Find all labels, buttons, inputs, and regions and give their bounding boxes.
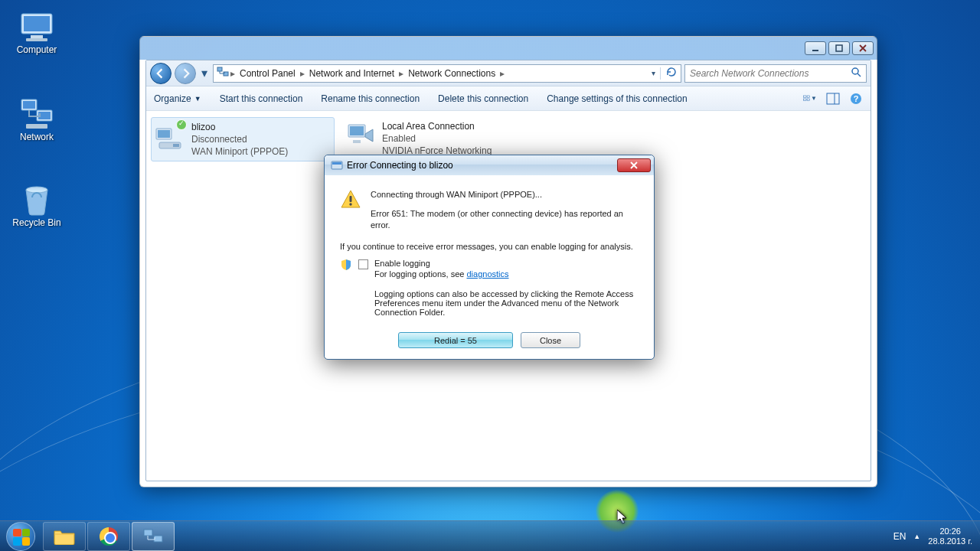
svg-rect-27 xyxy=(173,144,179,147)
logging-options-text: For logging options, see xyxy=(374,269,466,279)
svg-rect-30 xyxy=(353,140,361,143)
windows-logo-icon xyxy=(13,529,30,546)
dialog-app-icon xyxy=(331,159,343,171)
dialog-close-button[interactable] xyxy=(617,158,651,172)
svg-rect-1 xyxy=(24,16,50,31)
clock-date: 28.8.2013 г. xyxy=(928,536,972,546)
nav-back-button[interactable] xyxy=(150,63,172,84)
start-button[interactable] xyxy=(0,521,41,552)
address-bar[interactable]: ▸ Control Panel ▸ Network and Internet ▸… xyxy=(213,64,681,83)
taskbar-item-network-connections[interactable] xyxy=(132,522,175,551)
close-button[interactable] xyxy=(852,41,874,55)
svg-rect-29 xyxy=(350,126,364,135)
taskbar-item-chrome[interactable] xyxy=(87,522,130,551)
breadcrumb-item[interactable]: Control Panel xyxy=(237,68,299,79)
breadcrumb-sep: ▸ xyxy=(230,68,235,79)
error-dialog: Error Connecting to blizoo Connecting th… xyxy=(324,155,655,360)
svg-rect-18 xyxy=(804,99,807,101)
shield-icon xyxy=(340,259,352,271)
svg-rect-12 xyxy=(217,67,222,71)
dialog-message: Connecting through WAN Miniport (PPPOE).… xyxy=(371,189,639,201)
redial-button[interactable]: Redial = 55 xyxy=(398,332,513,348)
svg-point-34 xyxy=(349,203,351,205)
window-title-bar[interactable] xyxy=(140,37,877,60)
desktop-icon-label: Network xyxy=(6,132,67,142)
svg-rect-35 xyxy=(144,530,152,536)
svg-rect-36 xyxy=(154,536,162,542)
language-indicator[interactable]: EN xyxy=(893,531,906,542)
close-button[interactable]: Close xyxy=(521,332,580,348)
connection-status: Enabled xyxy=(382,132,523,145)
svg-rect-32 xyxy=(332,162,341,165)
desktop-icon-recycle[interactable]: Recycle Bin xyxy=(6,184,67,228)
desktop-icon-label: Computer xyxy=(6,44,67,55)
command-bar: Organize▼ Start this connection Rename t… xyxy=(146,86,871,111)
enable-logging-checkbox[interactable] xyxy=(358,259,368,269)
connection-device: WAN Miniport (PPPOE) xyxy=(191,145,288,158)
svg-line-15 xyxy=(858,73,861,77)
dialog-error-text: Error 651: The modem (or other connectin… xyxy=(371,208,639,231)
svg-text:?: ? xyxy=(854,94,859,103)
svg-rect-2 xyxy=(31,35,43,38)
svg-rect-8 xyxy=(26,124,47,129)
taskbar-item-explorer[interactable] xyxy=(43,522,86,551)
network-connections-icon xyxy=(143,528,163,545)
maximize-button[interactable] xyxy=(828,41,850,55)
delete-connection-button[interactable]: Delete this connection xyxy=(438,93,528,104)
search-input[interactable]: Search Network Connections xyxy=(684,64,867,83)
rename-connection-button[interactable]: Rename this connection xyxy=(321,93,420,104)
modem-icon xyxy=(155,121,185,152)
desktop-icon-label: Recycle Bin xyxy=(6,217,67,228)
breadcrumb-item[interactable]: Network Connections xyxy=(405,68,498,79)
svg-rect-33 xyxy=(350,196,352,202)
svg-rect-3 xyxy=(26,38,47,41)
breadcrumb-item[interactable]: Network and Internet xyxy=(306,68,397,79)
refresh-button[interactable] xyxy=(665,66,678,80)
svg-rect-11 xyxy=(836,45,842,51)
chrome-icon xyxy=(100,527,118,546)
connection-name: blizoo xyxy=(191,121,288,133)
preview-pane-button[interactable] xyxy=(826,92,840,106)
view-options-button[interactable]: ▼ xyxy=(803,92,817,106)
search-placeholder: Search Network Connections xyxy=(690,68,808,79)
connection-status: Disconnected xyxy=(191,133,288,145)
computer-icon xyxy=(18,11,55,43)
minimize-button[interactable] xyxy=(805,41,826,55)
svg-rect-17 xyxy=(807,96,810,98)
network-glyph-icon xyxy=(217,66,229,80)
desktop-icon-network[interactable]: Network xyxy=(6,98,67,142)
show-hidden-icons-button[interactable]: ▲ xyxy=(913,533,920,540)
connection-name: Local Area Connection xyxy=(382,120,523,132)
dialog-title-bar[interactable]: Error Connecting to blizoo xyxy=(325,155,654,175)
logging-options-note: Logging options can also be accessed by … xyxy=(374,289,639,317)
svg-rect-16 xyxy=(804,96,807,98)
svg-rect-19 xyxy=(807,99,810,101)
folder-icon xyxy=(54,528,75,545)
search-icon xyxy=(851,67,861,80)
lan-icon xyxy=(345,120,376,151)
network-icon xyxy=(18,98,55,130)
warning-icon xyxy=(340,189,361,210)
enable-logging-label: Enable logging xyxy=(374,259,639,268)
svg-point-9 xyxy=(26,187,47,193)
change-settings-button[interactable]: Change settings of this connection xyxy=(547,93,687,104)
svg-rect-5 xyxy=(23,101,35,109)
desktop-icon-computer[interactable]: Computer xyxy=(6,11,67,55)
svg-rect-20 xyxy=(827,93,839,104)
svg-rect-25 xyxy=(158,130,170,138)
organize-menu[interactable]: Organize▼ xyxy=(154,93,201,104)
nav-history-dropdown[interactable]: ▾ xyxy=(199,65,210,82)
clock[interactable]: 20:26 28.8.2013 г. xyxy=(928,527,972,546)
help-button[interactable]: ? xyxy=(849,92,863,106)
chevron-down-icon[interactable]: ▾ xyxy=(652,69,655,77)
clock-time: 20:26 xyxy=(928,527,972,536)
status-checkmark-icon xyxy=(176,119,187,130)
dialog-hint: If you continue to receive error message… xyxy=(340,242,639,251)
start-connection-button[interactable]: Start this connection xyxy=(220,93,303,104)
nav-forward-button[interactable] xyxy=(175,63,196,84)
dialog-title: Error Connecting to blizoo xyxy=(347,160,453,171)
taskbar: EN ▲ 20:26 28.8.2013 г. xyxy=(0,520,980,551)
svg-point-14 xyxy=(852,68,858,74)
connection-item-blizoo[interactable]: blizoo Disconnected WAN Miniport (PPPOE) xyxy=(151,117,335,161)
diagnostics-link[interactable]: diagnostics xyxy=(466,269,508,279)
